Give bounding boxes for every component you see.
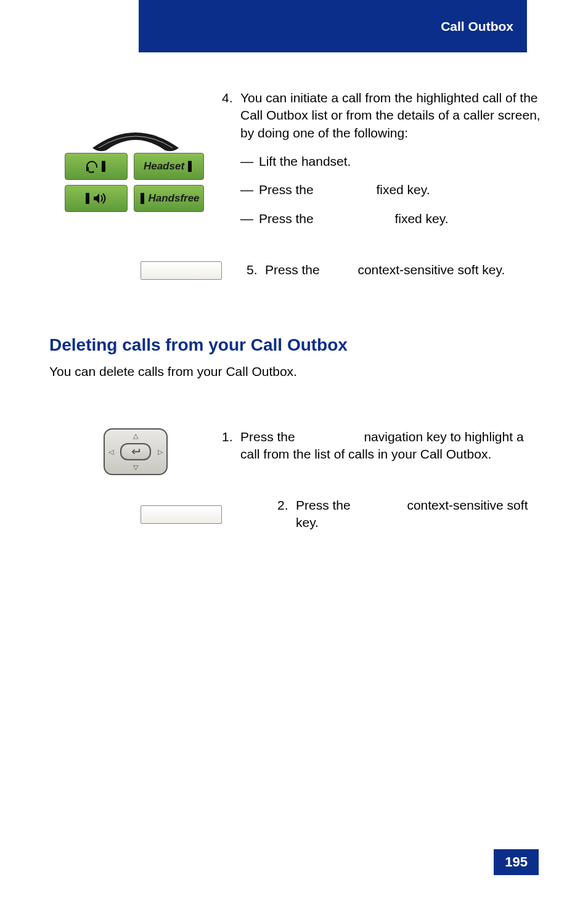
delete-step-1-number: 1.	[222, 428, 240, 463]
delete-step-2-body: Press the context-sensitive soft key.	[296, 497, 542, 532]
delete-step-1-body: Press the navigation key to highlight a …	[240, 428, 542, 463]
step-4-text: 4. You can initiate a call from the high…	[222, 89, 542, 227]
nav-down-icon: ▽	[133, 463, 138, 471]
led-bar-icon	[188, 161, 192, 172]
svg-point-1	[92, 171, 94, 173]
led-bar-icon	[86, 193, 89, 204]
headset-key-label: Headset	[144, 160, 184, 173]
step-5-illustration	[49, 261, 247, 280]
nav-right-icon: ▷	[158, 448, 163, 456]
step-5-body-a: Press the	[265, 263, 324, 277]
delete-step-2-illustration	[49, 497, 277, 524]
page: Call Outbox	[0, 0, 588, 909]
svg-rect-0	[86, 167, 89, 171]
handsfree-key-label: Handsfree	[148, 192, 199, 205]
headset-label-key: Headset	[134, 153, 204, 180]
dash-bullet: —	[240, 153, 259, 170]
delete-step-1-body-a: Press the	[240, 430, 299, 444]
nav-enter-icon	[120, 443, 151, 460]
step-4-sub-1: —Lift the handset.	[222, 153, 542, 170]
softkey-icon	[141, 261, 222, 280]
handset-keys-illustration: Headset Handsfree	[65, 123, 206, 217]
header-title: Call Outbox	[441, 19, 513, 34]
step-4-sub-2-a: Press the	[259, 182, 317, 197]
headset-key-row: Headset	[65, 153, 206, 180]
step-4-sub-1-text: Lift the handset.	[259, 154, 351, 168]
nav-left-icon: ◁	[108, 448, 113, 456]
step-4-sub-2: —Press the fixed key.	[222, 181, 542, 198]
step-5-body-b: context-sensitive soft key.	[354, 263, 505, 277]
dash-bullet: —	[240, 210, 259, 227]
step-4-sub-3: —Press the fixed key.	[222, 210, 542, 227]
handset-icon	[86, 123, 185, 148]
delete-step-2-body-a: Press the	[296, 498, 354, 512]
page-number: 195	[494, 849, 539, 875]
handsfree-label-key: Handsfree	[134, 185, 204, 212]
header-bar: Call Outbox	[139, 0, 527, 52]
step-4: Headset Handsfree	[49, 89, 542, 227]
delete-step-2: 2. Press the context-sensitive soft key.	[49, 497, 542, 532]
delete-step-1-text: 1. Press the navigation key to highlight…	[222, 428, 542, 463]
step-4-illustration: Headset Handsfree	[49, 89, 222, 217]
navigation-pad-icon: △ ▽ ◁ ▷	[104, 428, 168, 475]
handsfree-key-row: Handsfree	[65, 185, 206, 212]
led-bar-icon	[102, 161, 105, 172]
step-5-number: 5.	[247, 261, 265, 279]
nav-up-icon: △	[133, 432, 138, 440]
dash-bullet: —	[240, 181, 259, 198]
content-area: Headset Handsfree	[49, 89, 542, 544]
softkey-icon	[141, 505, 222, 524]
delete-step-1: △ ▽ ◁ ▷ 1. Press the navigation key to h…	[49, 428, 542, 475]
delete-step-2-number: 2.	[277, 497, 296, 532]
step-5: 5. Press the context-sensitive soft key.	[49, 261, 542, 280]
handsfree-icon-key	[65, 185, 128, 212]
step-4-sub-3-a: Press the	[259, 211, 317, 226]
section-sub-deleting: You can delete calls from your Call Outb…	[49, 364, 542, 379]
step-4-sub-3-b: fixed key.	[391, 211, 449, 226]
delete-step-1-illustration: △ ▽ ◁ ▷	[49, 428, 222, 475]
led-bar-icon	[141, 193, 144, 204]
delete-step-2-text: 2. Press the context-sensitive soft key.	[277, 497, 542, 532]
headset-icon-key	[65, 153, 128, 180]
step-4-body: You can initiate a call from the highlig…	[240, 89, 542, 142]
section-heading-deleting: Deleting calls from your Call Outbox	[49, 335, 542, 355]
step-4-sub-2-b: fixed key.	[373, 182, 430, 197]
step-5-body: Press the context-sensitive soft key.	[265, 261, 542, 279]
step-4-number: 4.	[222, 89, 240, 142]
step-5-text: 5. Press the context-sensitive soft key.	[247, 261, 542, 279]
